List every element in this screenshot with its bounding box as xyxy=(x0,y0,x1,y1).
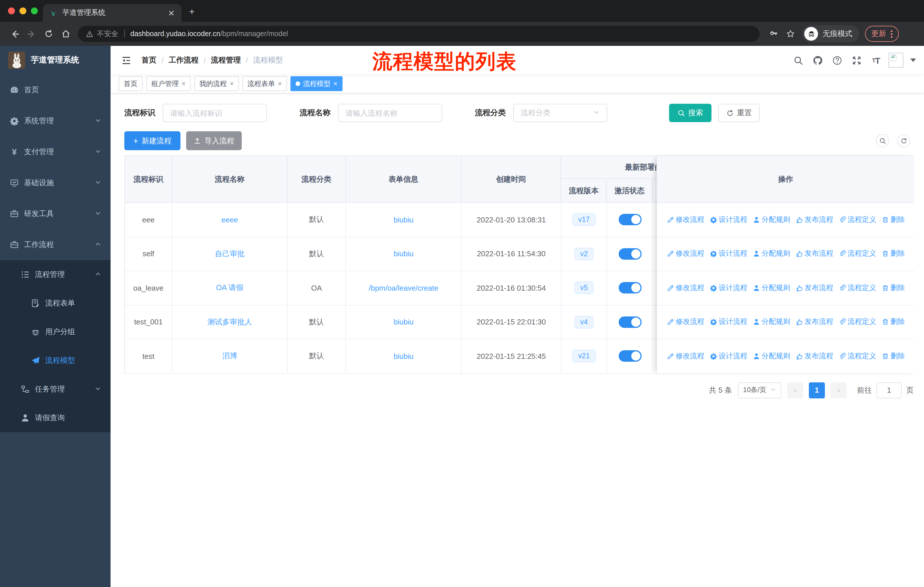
search-icon[interactable] xyxy=(791,53,805,67)
goto-page-input[interactable] xyxy=(876,382,902,398)
action-流程定义[interactable]: 流程定义 xyxy=(838,283,876,293)
address-bar[interactable]: 不安全 dashboard.yudao.iocoder.cn/bpm/manag… xyxy=(78,26,760,42)
github-icon[interactable] xyxy=(810,53,824,67)
reset-button[interactable]: 重置 xyxy=(718,104,760,122)
model-name-link[interactable]: OA 请假 xyxy=(216,283,243,293)
tag-流程模型[interactable]: 流程模型× xyxy=(290,76,343,91)
action-分配规则[interactable]: 分配规则 xyxy=(752,283,790,293)
active-toggle[interactable] xyxy=(619,316,641,328)
tag-close-icon[interactable]: × xyxy=(182,80,186,88)
action-设计流程[interactable]: 设计流程 xyxy=(710,317,747,327)
breadcrumb-item[interactable]: 流程管理 xyxy=(211,55,241,65)
browser-tab[interactable]: 芋道管理系统 ✕ xyxy=(43,4,182,22)
sidebar-item-研发工具[interactable]: 研发工具 xyxy=(0,198,111,229)
action-设计流程[interactable]: 设计流程 xyxy=(710,351,747,361)
chevron-down-icon[interactable] xyxy=(910,58,916,62)
url-text[interactable]: dashboard.yudao.iocoder.cn/bpm/manager/m… xyxy=(130,30,288,38)
action-修改流程[interactable]: 修改流程 xyxy=(667,351,704,361)
sidebar-item-请假查询[interactable]: 请假查询 xyxy=(0,403,111,432)
form-link[interactable]: biubiu xyxy=(394,250,413,258)
action-流程定义[interactable]: 流程定义 xyxy=(838,351,876,361)
new-tab-button[interactable]: + xyxy=(189,7,195,17)
action-设计流程[interactable]: 设计流程 xyxy=(710,283,747,293)
action-修改流程[interactable]: 修改流程 xyxy=(667,215,704,225)
action-流程定义[interactable]: 流程定义 xyxy=(838,249,876,259)
form-link[interactable]: biubiu xyxy=(394,318,413,326)
filter-name-input[interactable] xyxy=(338,104,442,122)
sidebar-item-工作流程[interactable]: 工作流程 xyxy=(0,229,111,260)
filter-key-input[interactable] xyxy=(163,104,267,122)
model-name-link[interactable]: 自己审批 xyxy=(215,249,244,259)
form-link[interactable]: biubiu xyxy=(394,215,413,224)
sidebar-item-基础设施[interactable]: 基础设施 xyxy=(0,167,111,198)
app-logo[interactable]: 芋道管理系统 xyxy=(0,46,111,74)
action-修改流程[interactable]: 修改流程 xyxy=(667,317,704,327)
forward-icon[interactable] xyxy=(23,25,40,42)
show-search-button[interactable] xyxy=(876,134,889,147)
back-icon[interactable] xyxy=(6,25,23,42)
filter-category-select[interactable]: 流程分类 xyxy=(513,104,607,122)
close-window-button[interactable] xyxy=(8,7,15,14)
action-删除[interactable]: 删除 xyxy=(881,317,905,327)
model-name-link[interactable]: eeee xyxy=(221,215,238,224)
action-删除[interactable]: 删除 xyxy=(881,283,905,293)
font-size-icon[interactable]: TT xyxy=(869,53,883,67)
action-设计流程[interactable]: 设计流程 xyxy=(710,215,747,225)
action-删除[interactable]: 删除 xyxy=(881,215,905,225)
page-size-select[interactable]: 10条/页 xyxy=(738,382,781,398)
sidebar-item-支付管理[interactable]: ¥支付管理 xyxy=(0,136,111,167)
action-流程定义[interactable]: 流程定义 xyxy=(838,215,876,225)
action-修改流程[interactable]: 修改流程 xyxy=(667,283,704,293)
sidebar-item-任务管理[interactable]: 任务管理 xyxy=(0,375,111,403)
tag-close-icon[interactable]: × xyxy=(333,80,337,88)
sidebar-item-首页[interactable]: 首页 xyxy=(0,74,111,106)
action-流程定义[interactable]: 流程定义 xyxy=(838,317,876,327)
active-toggle[interactable] xyxy=(619,351,641,362)
action-发布流程[interactable]: 发布流程 xyxy=(795,215,833,225)
form-link[interactable]: biubiu xyxy=(394,352,413,360)
active-toggle[interactable] xyxy=(619,214,641,226)
version-badge[interactable]: v21 xyxy=(573,350,596,362)
active-toggle[interactable] xyxy=(619,282,641,294)
sidebar-item-流程管理[interactable]: 流程管理 xyxy=(0,260,111,289)
action-发布流程[interactable]: 发布流程 xyxy=(795,249,833,259)
sidebar-item-流程模型[interactable]: 流程模型 xyxy=(0,346,111,375)
sidebar-item-流程表单[interactable]: 流程表单 xyxy=(0,289,111,317)
action-发布流程[interactable]: 发布流程 xyxy=(795,283,833,293)
breadcrumb-item[interactable]: 工作流程 xyxy=(169,55,198,65)
page-1-button[interactable]: 1 xyxy=(809,382,825,398)
zoom-window-button[interactable] xyxy=(31,7,38,14)
tag-租户管理[interactable]: 租户管理× xyxy=(146,76,191,91)
password-key-icon[interactable] xyxy=(766,26,782,42)
prev-page-button[interactable]: ‹ xyxy=(787,382,803,398)
action-分配规则[interactable]: 分配规则 xyxy=(752,249,790,259)
help-icon[interactable] xyxy=(830,53,844,67)
version-badge[interactable]: v4 xyxy=(574,316,594,329)
action-分配规则[interactable]: 分配规则 xyxy=(752,215,790,225)
tag-close-icon[interactable]: × xyxy=(278,80,282,88)
sidebar-item-系统管理[interactable]: 系统管理 xyxy=(0,106,111,136)
search-button[interactable]: 搜索 xyxy=(669,104,711,122)
active-toggle[interactable] xyxy=(619,248,641,260)
not-secure-warning[interactable]: 不安全 xyxy=(86,29,118,39)
bookmark-star-icon[interactable] xyxy=(782,26,799,42)
reload-icon[interactable] xyxy=(40,25,57,42)
action-分配规则[interactable]: 分配规则 xyxy=(752,317,790,327)
breadcrumb-item[interactable]: 首页 xyxy=(142,55,157,65)
action-删除[interactable]: 删除 xyxy=(881,351,905,361)
collapse-sidebar-icon[interactable] xyxy=(119,53,134,68)
update-browser-button[interactable]: 更新 xyxy=(865,26,899,42)
model-name-link[interactable]: 滔博 xyxy=(222,351,237,361)
next-page-button[interactable]: › xyxy=(831,382,846,398)
tag-流程表单[interactable]: 流程表单× xyxy=(242,76,287,91)
action-发布流程[interactable]: 发布流程 xyxy=(795,351,833,361)
refresh-table-button[interactable] xyxy=(897,134,910,147)
create-model-button[interactable]: +新建流程 xyxy=(124,131,180,150)
minimize-window-button[interactable] xyxy=(20,7,26,14)
sidebar-item-用户分组[interactable]: 用户分组 xyxy=(0,317,111,346)
user-avatar[interactable] xyxy=(888,53,903,68)
action-分配规则[interactable]: 分配规则 xyxy=(752,351,790,361)
version-badge[interactable]: v2 xyxy=(574,248,594,260)
action-发布流程[interactable]: 发布流程 xyxy=(795,317,833,327)
version-badge[interactable]: v5 xyxy=(574,282,594,294)
